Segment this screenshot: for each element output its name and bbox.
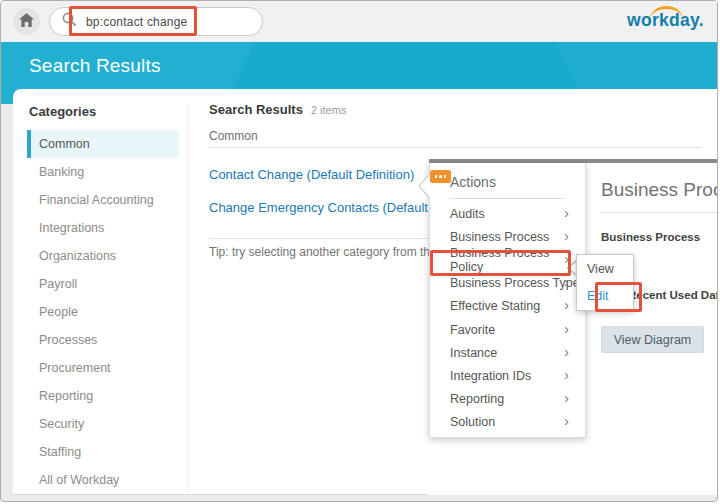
menu-item-solution[interactable]: Solution [430, 411, 585, 434]
ellipsis-icon [435, 175, 438, 178]
workday-search-results-page: bp:contact change workday. Search Result… [0, 0, 718, 502]
actions-menu-title: Actions [430, 163, 585, 190]
home-icon [19, 13, 34, 31]
result-link-change-emergency-contacts[interactable]: Change Emergency Contacts (Default Def [209, 200, 452, 215]
workday-arc-icon [650, 6, 683, 20]
submenu-item-edit[interactable]: Edit [577, 282, 633, 309]
menu-item-audits[interactable]: Audits [430, 202, 585, 225]
preview-title-divider [601, 212, 718, 213]
menu-item-effective-stating[interactable]: Effective Stating [430, 295, 585, 318]
view-diagram-button[interactable]: View Diagram [601, 326, 704, 353]
results-section-label: Common [209, 129, 258, 143]
categories-list: Common Banking Financial Accounting Inte… [27, 130, 179, 494]
search-input[interactable]: bp:contact change [49, 7, 263, 36]
menu-item-favorite[interactable]: Favorite [430, 318, 585, 341]
home-button[interactable] [13, 8, 40, 35]
sidebar-divider [188, 105, 189, 495]
top-bar: bp:contact change workday. [1, 1, 718, 42]
sidebar-item-procurement[interactable]: Procurement [27, 354, 179, 382]
menu-item-instance[interactable]: Instance [430, 341, 585, 364]
sidebar-item-common[interactable]: Common [27, 130, 179, 158]
menu-item-reporting[interactable]: Reporting [430, 388, 585, 411]
submenu-item-view[interactable]: View [577, 255, 633, 282]
preview-business-process-label: Business Process [601, 231, 700, 243]
sidebar-item-all-of-workday[interactable]: All of Workday [27, 466, 179, 494]
sidebar-item-processes[interactable]: Processes [27, 326, 179, 354]
sidebar-item-integrations[interactable]: Integrations [27, 214, 179, 242]
sidebar-item-banking[interactable]: Banking [27, 158, 179, 186]
result-link-contact-change[interactable]: Contact Change (Default Definition) [209, 167, 414, 182]
preview-recent-used-date-label: Recent Used Date [628, 289, 718, 301]
search-value: bp:contact change [86, 15, 187, 29]
menu-item-business-process[interactable]: Business Process [430, 225, 585, 248]
related-actions-popup: Actions Audits Business Process Business… [429, 159, 718, 495]
menu-item-business-process-type[interactable]: Business Process Type [430, 272, 585, 295]
menu-item-integration-ids[interactable]: Integration IDs [430, 364, 585, 387]
business-process-policy-submenu: View Edit [576, 254, 634, 311]
sidebar-item-payroll[interactable]: Payroll [27, 270, 179, 298]
sidebar-item-staffing[interactable]: Staffing [27, 438, 179, 466]
search-icon [62, 12, 77, 31]
section-divider [209, 147, 701, 148]
sidebar-item-people[interactable]: People [27, 298, 179, 326]
categories-title: Categories [29, 104, 96, 119]
related-actions-button[interactable] [430, 170, 451, 183]
results-header: Search Results 2 items [209, 102, 346, 117]
actions-menu-divider [450, 198, 565, 199]
actions-menu: Actions Audits Business Process Business… [429, 163, 586, 438]
menu-item-business-process-policy[interactable]: Business Process Policy [430, 248, 585, 271]
sidebar-item-reporting[interactable]: Reporting [27, 382, 179, 410]
results-title: Search Results [209, 102, 303, 117]
page-title: Search Results [29, 55, 161, 77]
results-count: 2 items [311, 104, 346, 116]
tip-text: Tip: try selecting another category from… [209, 245, 463, 259]
sidebar-item-financial-accounting[interactable]: Financial Accounting [27, 186, 179, 214]
workday-logo: workday. [627, 10, 707, 36]
sidebar-item-security[interactable]: Security [27, 410, 179, 438]
sidebar-item-organizations[interactable]: Organizations [27, 242, 179, 270]
preview-title: Business Proc [601, 179, 718, 201]
